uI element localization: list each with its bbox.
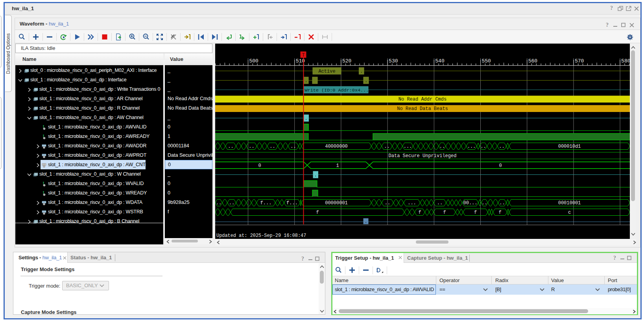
svg-text:..: .. — [384, 144, 389, 149]
svg-text:..: .. — [499, 200, 505, 206]
svg-text:530: 530 — [389, 58, 398, 64]
svg-text:.: . — [304, 78, 307, 84]
svg-text:560: 560 — [528, 58, 537, 64]
svg-text:..: .. — [482, 200, 487, 206]
svg-text:..: .. — [269, 144, 275, 149]
svg-text:540: 540 — [435, 58, 444, 64]
svg-text:f: f — [418, 210, 421, 215]
svg-text:.: . — [314, 172, 317, 178]
svg-text:0: 0 — [258, 163, 261, 169]
svg-text:c: c — [568, 210, 571, 215]
svg-text:f...: f... — [286, 200, 298, 206]
svg-text:000010d1: 000010d1 — [558, 144, 581, 149]
svg-text:f...: f... — [260, 200, 272, 206]
svg-text:500: 500 — [249, 58, 258, 64]
svg-text:Data Secure Unprivileged: Data Secure Unprivileged — [389, 153, 457, 159]
svg-text:570: 570 — [575, 58, 584, 64]
svg-text:580: 580 — [621, 58, 630, 64]
svg-text:..: .. — [385, 200, 390, 206]
svg-text:.: . — [360, 69, 363, 74]
svg-text:520: 520 — [342, 58, 351, 64]
svg-text:..: .. — [439, 144, 445, 149]
svg-text:00010001: 00010001 — [558, 200, 581, 206]
svg-text:40000000: 40000000 — [325, 144, 348, 149]
svg-text:..: .. — [229, 200, 234, 206]
svg-text:f: f — [474, 210, 477, 215]
svg-text:..: .. — [290, 144, 296, 149]
svg-text:f: f — [498, 210, 501, 215]
svg-text:..: .. — [228, 144, 233, 149]
svg-text:Active: Active — [318, 69, 335, 74]
svg-text:..: .. — [437, 200, 443, 206]
svg-text:00...: 00... — [463, 200, 477, 206]
svg-text:00000001: 00000001 — [325, 200, 348, 206]
svg-text:..: .. — [480, 144, 486, 149]
svg-text:.: . — [304, 116, 307, 121]
svg-text:...: ... — [467, 144, 476, 149]
svg-text:No Read Data Beats: No Read Data Beats — [397, 106, 448, 112]
svg-text:0: 0 — [499, 163, 502, 169]
svg-text:..: .. — [249, 144, 254, 149]
svg-text:...: ... — [408, 200, 416, 206]
svg-text:Updated at: 2025-Sep-29 16:08:: Updated at: 2025-Sep-29 16:08:47 — [216, 233, 306, 238]
svg-text:..: .. — [216, 200, 221, 206]
svg-text:T: T — [302, 53, 304, 58]
svg-text:...: ... — [404, 144, 412, 149]
svg-text:f: f — [443, 210, 446, 215]
svg-text:No Read Addr Cmds: No Read Addr Cmds — [399, 97, 447, 102]
svg-text:.: . — [364, 219, 367, 224]
svg-text:Write (ID:0 Addr:0x4...: Write (ID:0 Addr:0x4... — [305, 88, 369, 93]
svg-text:550: 550 — [482, 58, 491, 64]
svg-text:.: . — [365, 78, 367, 84]
svg-text:f: f — [316, 210, 319, 215]
svg-text:..: .. — [499, 144, 504, 149]
svg-text:1: 1 — [336, 163, 339, 169]
